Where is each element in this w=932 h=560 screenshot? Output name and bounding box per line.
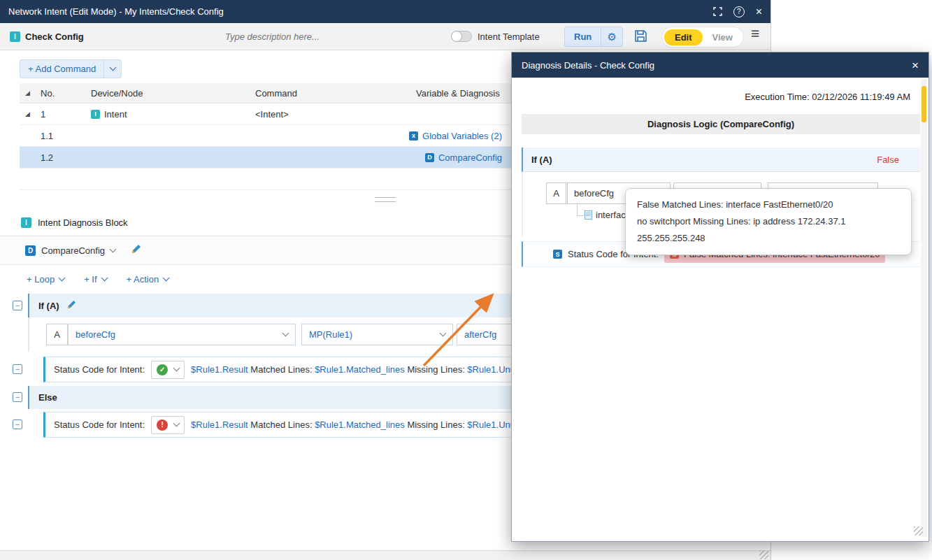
if-label: If (A) <box>38 301 59 311</box>
dropdown-chevron-icon[interactable] <box>282 330 289 337</box>
intent-name: Check Config <box>25 31 84 42</box>
intent-template-toggle-wrap: Intent Template <box>451 23 540 50</box>
compareconfig-link[interactable]: CompareConfig <box>438 152 502 163</box>
collapse-all-icon[interactable]: ◢ <box>25 83 35 103</box>
section-title: Intent Diagnosis Block <box>38 217 128 228</box>
compareconfig-badge-icon: D <box>25 245 36 256</box>
column-variable: Variable & Diagnosis <box>416 83 500 103</box>
row-variable: D CompareConfig <box>313 147 502 168</box>
toolbar: I Check Config Intent Template Run ⚙ Edi… <box>0 23 770 50</box>
variable-ref: $Rule1.Result <box>191 419 248 430</box>
edit-mode-button[interactable]: Edit <box>664 29 703 45</box>
condition-left-select[interactable]: beforeCfg <box>68 324 296 345</box>
execution-time: Execution Time: 02/12/2026 11:19:49 AM <box>745 92 910 102</box>
diagnosis-logic-title: Diagnosis Logic (CompareConfig) <box>522 114 920 134</box>
intent-badge-icon: I <box>10 31 20 42</box>
scrollbar-thumb[interactable] <box>922 86 926 122</box>
row-no: 1 <box>41 103 45 124</box>
minus-collapse-icon[interactable]: − <box>13 301 22 310</box>
fullscreen-icon[interactable] <box>713 7 722 16</box>
add-command-button[interactable]: + Add Command <box>20 59 122 78</box>
minus-collapse-icon[interactable]: − <box>13 364 22 374</box>
tree-connector <box>577 204 578 216</box>
status-label: Status Code for Intent: <box>54 364 145 375</box>
status-text: Matched Lines: <box>248 419 315 430</box>
status-text: Missing Lines: <box>405 419 468 430</box>
condition-letter: A <box>546 182 566 204</box>
row-device-label: Intent <box>104 109 127 120</box>
panel-close-icon[interactable]: × <box>912 59 919 71</box>
selector-chevron-icon[interactable] <box>110 245 117 252</box>
status-badge-icon: S <box>553 250 562 259</box>
minus-collapse-icon[interactable]: − <box>13 392 22 402</box>
status-label: Status Code for Intent: <box>54 419 145 430</box>
panel-if-label: If (A) <box>531 155 552 165</box>
run-settings-gear-icon[interactable]: ⚙ <box>601 27 622 46</box>
view-mode-button[interactable]: View <box>704 29 741 45</box>
if-chevron-icon[interactable] <box>101 274 108 281</box>
panel-scrollbar[interactable] <box>921 79 927 537</box>
status-code-dropdown[interactable]: ✓ <box>151 361 185 379</box>
diagnosis-selector[interactable]: CompareConfig <box>41 245 105 256</box>
intent-template-label: Intent Template <box>478 31 540 42</box>
row-command: <Intent> <box>255 103 289 124</box>
error-icon: ! <box>157 419 168 431</box>
help-icon[interactable]: ? <box>733 6 745 17</box>
resize-grip[interactable] <box>759 550 768 559</box>
intent-diagnosis-block-title: I Intent Diagnosis Block <box>21 210 128 234</box>
intent-title: I Check Config <box>10 23 84 50</box>
add-loop-button[interactable]: + Loop <box>27 274 64 285</box>
global-variables-link[interactable]: Global Variables (2) <box>422 131 502 141</box>
document-icon <box>585 210 592 220</box>
action-chevron-icon[interactable] <box>163 274 170 281</box>
annotation-arrow-icon <box>399 276 510 374</box>
row-no: 1.2 <box>41 147 53 168</box>
tooltip-line: no switchport Missing Lines: ip address … <box>637 213 900 247</box>
row-no: 1.1 <box>41 125 53 146</box>
compareconfig-badge-icon: D <box>425 153 434 162</box>
loop-chevron-icon[interactable] <box>59 274 66 281</box>
close-icon[interactable]: × <box>756 6 762 17</box>
status-expression: $Rule1.Result Matched Lines: $Rule1.Matc… <box>191 419 535 430</box>
variable-ref: $Rule1.Result <box>191 364 248 375</box>
success-icon: ✓ <box>157 364 168 375</box>
add-action-button[interactable]: + Action <box>127 274 169 285</box>
edit-pencil-icon[interactable] <box>131 244 141 257</box>
variables-icon: x <box>409 131 418 141</box>
panel-titlebar: Diagnosis Details - Check Config × <box>512 52 929 78</box>
variable-ref: $Rule1.Matched_lines <box>315 419 405 430</box>
description-input[interactable] <box>225 29 435 45</box>
intent-template-toggle[interactable] <box>451 31 472 42</box>
screen: Network Intent (Edit Mode) - My Intents/… <box>0 0 932 560</box>
column-no: No. <box>41 83 55 103</box>
splitter-handle[interactable] <box>375 197 396 202</box>
expand-row-icon[interactable]: ◢ <box>25 103 35 124</box>
intent-diagnosis-icon: I <box>21 217 31 228</box>
dropdown-chevron-icon[interactable] <box>173 365 180 372</box>
minus-collapse-icon[interactable]: − <box>13 419 22 429</box>
condition-letter: A <box>46 324 68 345</box>
menu-icon[interactable]: ≡ <box>751 25 759 42</box>
row-variable: x Global Variables (2) <box>313 125 502 146</box>
add-command-chevron-icon[interactable] <box>103 60 121 78</box>
run-button[interactable]: Run <box>565 27 601 46</box>
diagnosis-tooltip: False Matched Lines: interface FastEther… <box>625 188 912 255</box>
dropdown-chevron-icon[interactable] <box>173 420 180 427</box>
if-result-badge: False <box>877 155 899 165</box>
save-icon[interactable] <box>633 29 648 43</box>
row-device: I Intent <box>91 103 127 124</box>
tree-item[interactable]: interfac <box>585 210 626 220</box>
toggle-knob <box>451 31 462 42</box>
run-button-group: Run ⚙ <box>564 27 623 47</box>
resize-grip[interactable] <box>914 526 923 536</box>
intent-badge-icon: I <box>91 110 100 119</box>
edit-view-toggle: Edit View <box>661 27 744 48</box>
add-command-label[interactable]: + Add Command <box>20 60 103 78</box>
status-text: Matched Lines: <box>248 364 315 375</box>
edit-pencil-icon[interactable] <box>66 300 76 312</box>
add-if-button[interactable]: + If <box>84 274 106 285</box>
window-bottom-bar <box>0 550 771 560</box>
tooltip-line: False Matched Lines: interface FastEther… <box>637 196 900 213</box>
variable-ref: $Rule1.Matched_lines <box>315 364 405 375</box>
status-code-dropdown[interactable]: ! <box>151 416 185 434</box>
